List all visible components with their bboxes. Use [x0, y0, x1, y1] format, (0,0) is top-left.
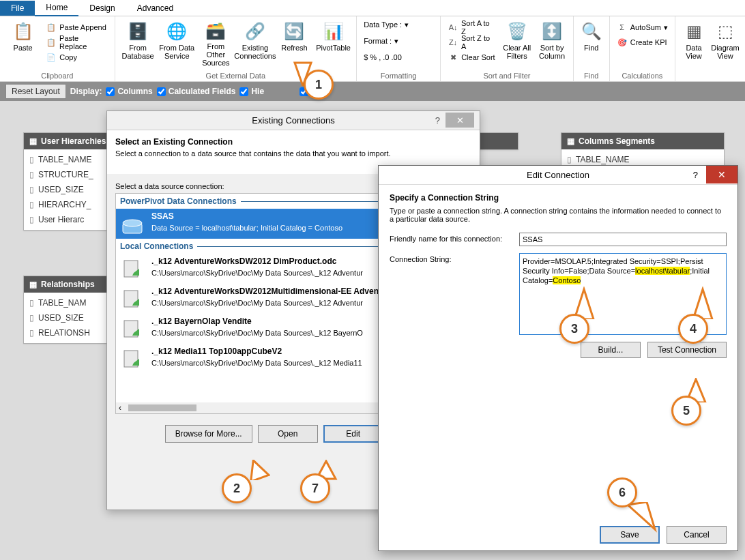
hierarchies-checkbox[interactable]: Hie: [239, 87, 264, 96]
calcfields-checkbox[interactable]: Calculated Fields: [157, 87, 236, 96]
callout-4: 4: [678, 314, 708, 344]
copy-label: Copy: [59, 53, 77, 61]
conn-path: C:\Users\marco\SkyDrive\Doc\My Data Sour…: [151, 329, 363, 337]
find-group-label: Find: [578, 70, 605, 81]
connection-string-label: Connection String:: [390, 253, 512, 263]
close-button[interactable]: ✕: [445, 113, 474, 128]
find-icon: 🔍: [581, 20, 602, 42]
calcfields-label: Calculated Fields: [169, 87, 236, 96]
paste-append-button[interactable]: 📋Paste Append: [43, 20, 110, 34]
tab-home[interactable]: Home: [35, 0, 78, 16]
paste-button[interactable]: 📋 Paste: [4, 18, 42, 67]
column-icon: ▯: [29, 155, 34, 164]
friendly-name-input[interactable]: [519, 233, 727, 246]
data-type-select[interactable]: Data Type :▾: [361, 18, 411, 31]
open-button[interactable]: Open: [258, 425, 318, 443]
paste-replace-icon: 📋: [46, 37, 57, 48]
odc-file-icon: [120, 347, 145, 371]
diagram-view-button[interactable]: ⬚Diagram View: [710, 18, 741, 67]
ribbon-group-find: 🔍Find Find: [574, 16, 610, 81]
calc-group-label: Calculations: [614, 70, 671, 81]
ssas-cube-icon: [120, 211, 145, 236]
data-view-button[interactable]: ▦Data View: [680, 18, 708, 67]
tab-advanced[interactable]: Advanced: [126, 1, 184, 16]
conn-path: Data Source = localhost\tabular; Initial…: [151, 224, 342, 232]
close-button[interactable]: ✕: [706, 166, 737, 183]
build-button[interactable]: Build...: [581, 342, 641, 358]
from-other-label: From Other Sources: [197, 42, 235, 67]
sort-za-button[interactable]: Z↓Sort Z to A: [445, 35, 499, 49]
refresh-button[interactable]: 🔄Refresh: [276, 18, 313, 67]
tab-design[interactable]: Design: [78, 1, 126, 16]
sort-za-label: Sort Z to A: [461, 34, 496, 50]
help-button[interactable]: ?: [435, 115, 440, 126]
from-dataservice-button[interactable]: 🌐From Data Service: [158, 18, 196, 67]
dialog-description: Type or paste a connection string. A con…: [390, 207, 727, 223]
copy-icon: 📄: [46, 52, 57, 63]
from-other-button[interactable]: 🗃️From Other Sources: [197, 18, 235, 67]
clear-filters-button[interactable]: 🗑️Clear All Filters: [500, 18, 534, 67]
item-label: User Hierarc: [38, 215, 84, 224]
edit-button[interactable]: Edit: [323, 425, 383, 443]
ribbon-group-clipboard: 📋 Paste 📋Paste Append 📋Paste Replace 📄Co…: [0, 16, 115, 81]
columns-label: Columns: [117, 87, 152, 96]
clear-sort-label: Clear Sort: [461, 53, 495, 61]
diagram-view-icon: ⬚: [714, 20, 736, 42]
item-label: USED_SIZE: [38, 185, 84, 194]
existing-conn-icon: 🔗: [244, 20, 266, 42]
browse-button[interactable]: Browse for More...: [165, 425, 252, 443]
help-button[interactable]: ?: [693, 170, 698, 180]
sort-column-icon: ↕️: [541, 20, 563, 42]
data-type-label: Data Type :: [364, 20, 402, 29]
ribbon-group-formatting: Data Type :▾ Format :▾ $ % , .0 .00 Form…: [357, 16, 441, 81]
clipboard-group-label: Clipboard: [4, 70, 111, 81]
copy-button[interactable]: 📄Copy: [43, 50, 110, 64]
callout-2: 2: [222, 473, 252, 503]
conn-name: ._k12 AdventureWorksDW2012 DimProduct.od…: [151, 256, 363, 266]
hier-label: Hie: [251, 87, 264, 96]
tab-file[interactable]: File: [0, 1, 35, 16]
pivottable-button[interactable]: 📊PivotTable: [315, 18, 352, 67]
item-label: TABLE_NAME: [576, 155, 629, 164]
pivot-icon: 📊: [323, 20, 345, 42]
format-select[interactable]: Format :▾: [361, 34, 401, 48]
autosum-button[interactable]: ΣAutoSum▾: [614, 20, 671, 34]
test-connection-button[interactable]: Test Connection: [647, 342, 727, 358]
conn-path: C:\Users\marco\SkyDrive\Doc\My Data Sour…: [151, 359, 362, 367]
columns-checkbox[interactable]: Columns: [106, 87, 152, 96]
cs-highlight-ds: localhost\tabular: [635, 267, 690, 275]
colseg-title: Columns Segments: [579, 136, 655, 146]
conn-name: ._k12 Media11 Top100appCubeV2: [151, 347, 362, 356]
data-view-icon: ▦: [683, 20, 705, 42]
item-label: TABLE_NAM: [38, 298, 86, 308]
paste-replace-button[interactable]: 📋Paste Replace: [43, 35, 110, 49]
column-icon: ▯: [29, 328, 34, 338]
item-label: USED_SIZE: [38, 313, 84, 323]
dataservice-icon: 🌐: [166, 20, 188, 42]
sort-by-column-button[interactable]: ↕️Sort by Column: [535, 18, 568, 67]
ribbon-group-sort: A↓Sort A to Z Z↓Sort Z to A ✖Clear Sort …: [441, 16, 574, 81]
item-label: RELATIONSH: [38, 328, 90, 338]
sort-col-label: Sort by Column: [535, 44, 568, 60]
cancel-button[interactable]: Cancel: [667, 526, 727, 544]
conn-path: C:\Users\marco\SkyDrive\Doc\My Data Sour…: [151, 299, 379, 307]
format-buttons[interactable]: $ % , .0 .00: [361, 50, 405, 64]
sort-az-button[interactable]: A↓Sort A to Z: [445, 20, 499, 34]
cat-label: Local Connections: [120, 241, 193, 251]
other-sources-icon: 🗃️: [205, 20, 227, 41]
friendly-name-label: Friendly name for this connection:: [390, 233, 512, 243]
existing-connections-button[interactable]: 🔗Existing Connections: [236, 18, 274, 67]
find-button[interactable]: 🔍Find: [578, 18, 605, 67]
panel-fragment: [478, 132, 518, 150]
column-icon: ▯: [29, 170, 34, 179]
rel-title: Relationships: [41, 280, 95, 289]
conn-name: SSAS: [151, 211, 342, 221]
create-kpi-button[interactable]: 🎯Create KPI: [614, 35, 670, 49]
column-icon: ▯: [29, 200, 34, 209]
kpi-label: Create KPI: [630, 38, 667, 46]
autosum-icon: Σ: [617, 22, 628, 33]
clear-sort-button[interactable]: ✖Clear Sort: [445, 50, 499, 64]
reset-layout-button[interactable]: Reset Layout: [5, 84, 66, 99]
sort-az-icon: A↓: [448, 22, 458, 33]
from-database-button[interactable]: 🗄️From Database: [119, 18, 157, 67]
